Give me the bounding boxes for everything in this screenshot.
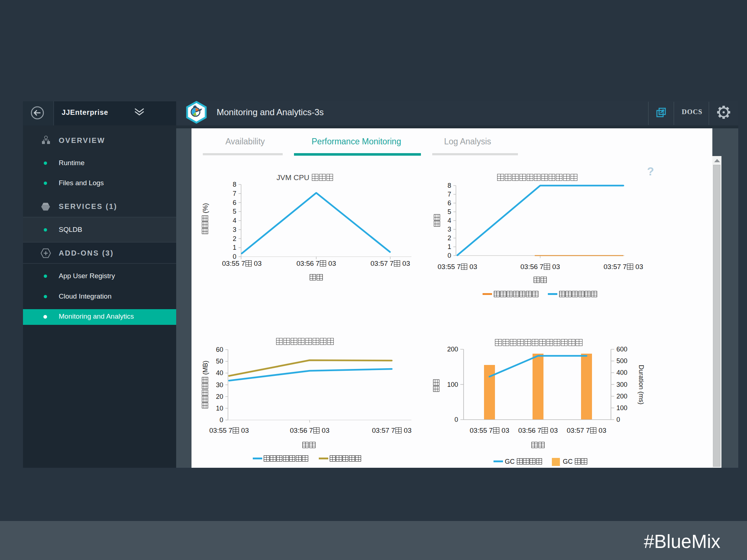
svg-text:20: 20 — [216, 393, 223, 400]
svg-text:40: 40 — [216, 369, 223, 377]
svg-text:300: 300 — [616, 381, 627, 388]
svg-text:60: 60 — [216, 346, 223, 353]
svg-text:50: 50 — [216, 358, 223, 365]
svg-text:200: 200 — [616, 393, 627, 400]
svg-text:10: 10 — [216, 405, 223, 412]
svg-text:2: 2 — [233, 235, 236, 242]
svg-text:4: 4 — [448, 217, 451, 224]
svg-text:100: 100 — [616, 404, 627, 412]
svg-text:0: 0 — [448, 252, 451, 259]
svg-text:7: 7 — [233, 190, 236, 197]
svg-text:600: 600 — [616, 346, 627, 353]
svg-text:0: 0 — [220, 416, 223, 424]
svg-text:0: 0 — [454, 416, 458, 423]
svg-text:7: 7 — [448, 191, 451, 198]
svg-text:0: 0 — [233, 253, 236, 260]
svg-text:5: 5 — [233, 208, 236, 215]
svg-text:4: 4 — [233, 217, 236, 224]
svg-text:0: 0 — [616, 416, 620, 423]
svg-text:30: 30 — [216, 381, 223, 389]
svg-text:200: 200 — [447, 346, 458, 353]
svg-text:400: 400 — [616, 369, 627, 376]
svg-text:5: 5 — [448, 208, 451, 215]
svg-text:8: 8 — [233, 181, 236, 188]
svg-text:3: 3 — [448, 226, 451, 233]
svg-text:1: 1 — [233, 244, 236, 251]
svg-text:6: 6 — [448, 199, 451, 207]
svg-text:100: 100 — [447, 381, 458, 388]
svg-text:8: 8 — [448, 182, 451, 189]
svg-text:2: 2 — [448, 234, 451, 242]
svg-text:3: 3 — [233, 226, 236, 233]
svg-text:6: 6 — [233, 199, 236, 206]
svg-text:1: 1 — [448, 243, 451, 250]
svg-text:500: 500 — [616, 357, 627, 365]
